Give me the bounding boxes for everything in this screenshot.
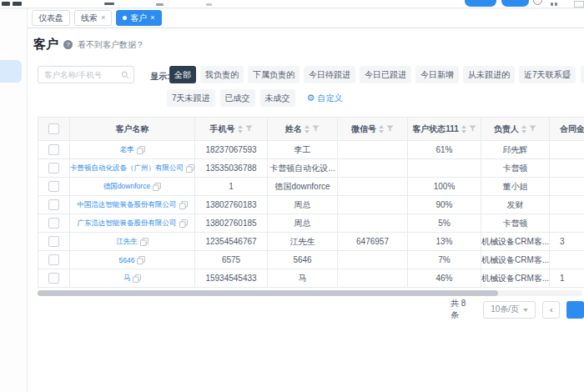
filter-chip-r1-0[interactable]: 全部: [169, 66, 196, 83]
customer-name-link[interactable]: 5646: [119, 256, 135, 264]
filter-chips-group: 7天未跟进已成交未成交: [167, 89, 295, 107]
tab-dashboard[interactable]: 仪表盘: [32, 10, 70, 26]
row-checkbox[interactable]: [48, 199, 59, 210]
search-input[interactable]: [38, 70, 121, 79]
sort-icon[interactable]: [238, 123, 243, 136]
customer-name-link[interactable]: 卡普顿自动化设备（广州）有限公司: [70, 163, 184, 173]
filter-chip-r1-5[interactable]: 今日新增: [415, 66, 459, 83]
owner-cell: 机械设备CRM客...: [481, 233, 550, 250]
table-row[interactable]: 江先生12354546767江先生647695713%机械设备CRM客...3: [38, 233, 584, 251]
row-checkbox[interactable]: [48, 163, 59, 173]
wechat-cell: [338, 159, 408, 177]
help-link[interactable]: 看不到客户数据？: [78, 39, 144, 51]
tab-customers[interactable]: 客户 ×: [116, 10, 161, 26]
sidebar: [0, 8, 28, 392]
copy-icon[interactable]: [133, 274, 141, 283]
topbar-widget-fragment[interactable]: [574, 1, 584, 8]
copy-icon[interactable]: [137, 146, 145, 154]
customer-name-link[interactable]: 中国浩达智能装备股份有限公司: [78, 200, 177, 210]
customer-name-link[interactable]: 江先生: [116, 237, 138, 247]
search-icon[interactable]: [121, 71, 129, 79]
app-topbar-cutoff: [0, 0, 584, 8]
toolbar-icon-fragment[interactable]: [206, 3, 212, 6]
sort-icon[interactable]: [305, 123, 310, 136]
avatar[interactable]: [533, 0, 542, 5]
contact-cell: 江先生: [268, 233, 338, 250]
refresh-icon[interactable]: [562, 69, 571, 78]
table-row[interactable]: 马15934545433马46%机械设备CRM客...1: [38, 269, 584, 288]
column-header-4[interactable]: 微信号: [338, 118, 408, 140]
column-label: 客户名称: [116, 123, 149, 135]
column-header-3[interactable]: 姓名: [268, 118, 338, 140]
sort-icon[interactable]: [379, 123, 384, 136]
customize-button[interactable]: ⚙ 自定义: [307, 93, 343, 104]
table-row[interactable]: 德国downforce1德国downforce100%董小姐: [38, 178, 584, 196]
filter-chip-r2-2[interactable]: 未成交: [260, 89, 295, 107]
sidebar-active-item[interactable]: [0, 60, 22, 83]
column-header-5[interactable]: 客户状态111: [408, 118, 481, 140]
filter-chip-r1-6[interactable]: 从未跟进的: [463, 66, 515, 83]
copy-icon[interactable]: [179, 219, 188, 228]
filter-chip-r1-2[interactable]: 下属负责的: [248, 66, 300, 83]
table-row[interactable]: 老李18237067593李工61%邱先辉: [38, 141, 584, 159]
table-row[interactable]: 卡普顿自动化设备（广州）有限公司13535036788卡普顿自动化设...卡普顿: [38, 159, 584, 178]
sort-icon[interactable]: [521, 123, 526, 136]
row-checkbox[interactable]: [48, 144, 59, 155]
row-checkbox[interactable]: [48, 273, 59, 284]
filter-chip-r1-3[interactable]: 今日待跟进: [304, 66, 355, 83]
copy-icon[interactable]: [186, 164, 194, 173]
column-header-7[interactable]: 合同金额: [550, 118, 584, 140]
customer-name-link[interactable]: 德国downforce: [103, 182, 150, 192]
filter-funnel-icon[interactable]: [386, 125, 394, 133]
topbar-pill-button[interactable]: [465, 0, 496, 7]
customer-name-link[interactable]: 老李: [120, 145, 134, 155]
filter-chip-r1-4[interactable]: 今日已跟进: [360, 66, 411, 83]
close-icon[interactable]: ×: [150, 14, 154, 22]
horizontal-scrollbar-track[interactable]: [38, 290, 582, 296]
filter-funnel-icon[interactable]: [469, 125, 476, 133]
filter-funnel-icon[interactable]: [529, 125, 536, 133]
prev-page-button[interactable]: ‹: [542, 301, 560, 319]
row-checkbox[interactable]: [48, 181, 59, 192]
column-header-6[interactable]: 负责人: [481, 118, 550, 140]
close-icon[interactable]: ×: [101, 14, 105, 22]
customize-label: 自定义: [317, 93, 342, 104]
copy-icon[interactable]: [140, 238, 149, 246]
sort-icon[interactable]: [461, 123, 466, 136]
table-row[interactable]: 5646657556467%机械设备CRM客...: [38, 251, 584, 269]
select-all-checkbox[interactable]: [48, 123, 59, 134]
clipped-filter-chip[interactable]: [581, 66, 584, 83]
filter-funnel-icon[interactable]: [312, 125, 320, 133]
owner-cell: 发财: [481, 196, 550, 214]
column-header-1[interactable]: 客户名称: [70, 118, 195, 140]
page-size-select[interactable]: 10条/页: [483, 301, 536, 319]
customer-name-cell: 广东浩达智能装备股份有限公司: [70, 214, 195, 232]
copy-icon[interactable]: [153, 183, 161, 191]
tab-leads[interactable]: 线索 ×: [74, 10, 112, 26]
table-row[interactable]: 中国浩达智能装备股份有限公司13802760183周总90%发财: [38, 196, 584, 214]
filter-chip-r2-1[interactable]: 已成交: [220, 89, 255, 107]
filter-chip-r2-0[interactable]: 7天未跟进: [167, 89, 215, 107]
menu-icon-fragment[interactable]: [104, 3, 114, 5]
table-row[interactable]: 广东浩达智能装备股份有限公司13802760185周总5%卡普顿: [38, 214, 584, 233]
customer-name-link[interactable]: 广东浩达智能装备股份有限公司: [78, 219, 177, 229]
customer-name-link[interactable]: 马: [123, 274, 131, 284]
topbar-pill-button[interactable]: [501, 0, 529, 7]
page-1-button[interactable]: [566, 301, 584, 319]
row-checkbox[interactable]: [48, 254, 59, 265]
toolbar-icon-fragment[interactable]: [156, 3, 164, 6]
horizontal-scrollbar-thumb[interactable]: [38, 290, 498, 296]
filter-chip-r1-1[interactable]: 我负责的: [200, 66, 244, 83]
copy-icon[interactable]: [137, 256, 145, 264]
wechat-cell: [338, 141, 408, 158]
toolbar-icon-fragment[interactable]: [551, 3, 553, 6]
toolbar-icon-fragment[interactable]: [555, 3, 557, 6]
column-header-2[interactable]: 手机号: [195, 118, 268, 140]
customer-name-cell: 德国downforce: [70, 178, 195, 195]
filter-funnel-icon[interactable]: [245, 125, 253, 133]
copy-icon[interactable]: [179, 201, 188, 209]
customer-name-cell: 老李: [70, 141, 195, 158]
help-icon[interactable]: ?: [63, 40, 73, 49]
row-checkbox[interactable]: [48, 218, 59, 229]
row-checkbox[interactable]: [48, 236, 59, 247]
